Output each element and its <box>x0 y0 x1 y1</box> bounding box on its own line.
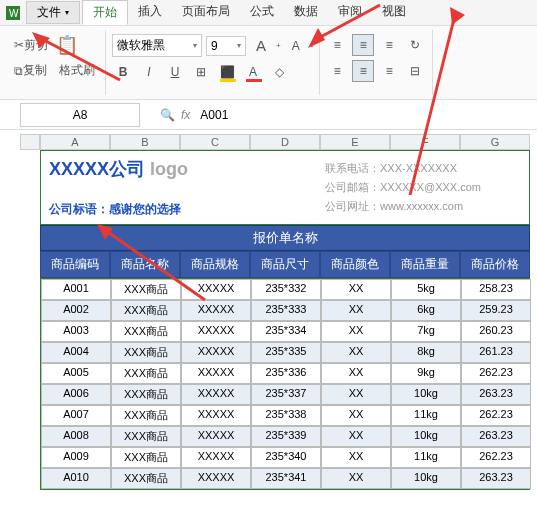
table-cell[interactable]: 235*336 <box>251 363 321 384</box>
table-cell[interactable]: XXX商品 <box>111 300 181 321</box>
table-row[interactable]: A004XXX商品XXXXX235*335XX8kg261.23 <box>41 342 531 363</box>
table-cell[interactable]: 7kg <box>391 321 461 342</box>
tab-视图[interactable]: 视图 <box>372 0 416 25</box>
fx-icon[interactable]: 🔍 <box>160 108 175 122</box>
column-header[interactable]: E <box>320 134 390 150</box>
table-row[interactable]: A007XXX商品XXXXX235*338XX11kg262.23 <box>41 405 531 426</box>
table-cell[interactable]: XX <box>321 384 391 405</box>
table-row[interactable]: A005XXX商品XXXXX235*336XX9kg262.23 <box>41 363 531 384</box>
table-cell[interactable]: 235*341 <box>251 468 321 489</box>
table-cell[interactable]: 11kg <box>391 405 461 426</box>
table-cell[interactable]: XX <box>321 426 391 447</box>
table-cell[interactable]: XX <box>321 342 391 363</box>
table-cell[interactable]: XXXXX <box>181 447 251 468</box>
table-cell[interactable]: 235*333 <box>251 300 321 321</box>
table-cell[interactable]: XXXXX <box>181 342 251 363</box>
table-cell[interactable]: 8kg <box>391 342 461 363</box>
bold-button[interactable]: B <box>112 61 134 83</box>
table-cell[interactable]: XX <box>321 405 391 426</box>
table-cell[interactable]: XX <box>321 300 391 321</box>
formula-bar[interactable]: A001 <box>196 104 537 126</box>
table-cell[interactable]: 5kg <box>391 279 461 300</box>
align-top-button[interactable]: ≡ <box>326 34 348 56</box>
column-header[interactable]: D <box>250 134 320 150</box>
table-cell[interactable]: A008 <box>41 426 111 447</box>
table-cell[interactable]: XX <box>321 447 391 468</box>
paste-icon[interactable]: 📋 <box>56 34 78 56</box>
table-cell[interactable]: 259.23 <box>461 300 531 321</box>
table-cell[interactable]: 263.23 <box>461 426 531 447</box>
table-cell[interactable]: 235*338 <box>251 405 321 426</box>
table-cell[interactable]: 261.23 <box>461 342 531 363</box>
column-header[interactable]: F <box>390 134 460 150</box>
table-cell[interactable]: XXX商品 <box>111 342 181 363</box>
table-cell[interactable]: A009 <box>41 447 111 468</box>
font-size-select[interactable]: 9▾ <box>206 36 246 56</box>
table-row[interactable]: A009XXX商品XXXXX235*340XX11kg262.23 <box>41 447 531 468</box>
tab-公式[interactable]: 公式 <box>240 0 284 25</box>
table-cell[interactable]: XXXXX <box>181 426 251 447</box>
table-cell[interactable]: XX <box>321 321 391 342</box>
table-row[interactable]: A010XXX商品XXXXX235*341XX10kg263.23 <box>41 468 531 489</box>
align-right-button[interactable]: ≡ <box>378 60 400 82</box>
table-cell[interactable]: 235*339 <box>251 426 321 447</box>
tab-页面布局[interactable]: 页面布局 <box>172 0 240 25</box>
table-cell[interactable]: 10kg <box>391 468 461 489</box>
table-cell[interactable]: XXX商品 <box>111 363 181 384</box>
table-cell[interactable]: XXXXX <box>181 279 251 300</box>
table-cell[interactable]: XXXXX <box>181 384 251 405</box>
table-cell[interactable]: A001 <box>41 279 111 300</box>
table-cell[interactable]: A002 <box>41 300 111 321</box>
table-cell[interactable]: 235*337 <box>251 384 321 405</box>
tab-开始[interactable]: 开始 <box>82 0 128 25</box>
table-cell[interactable]: XXXXX <box>181 321 251 342</box>
table-row[interactable]: A006XXX商品XXXXX235*337XX10kg263.23 <box>41 384 531 405</box>
tab-数据[interactable]: 数据 <box>284 0 328 25</box>
select-all-corner[interactable] <box>20 134 40 150</box>
table-row[interactable]: A008XXX商品XXXXX235*339XX10kg263.23 <box>41 426 531 447</box>
tab-审阅[interactable]: 审阅 <box>328 0 372 25</box>
fill-color-button[interactable]: ⬛ <box>216 61 238 83</box>
table-cell[interactable]: A005 <box>41 363 111 384</box>
table-cell[interactable]: 235*335 <box>251 342 321 363</box>
copy-button[interactable]: ⧉ 复制 <box>10 60 51 81</box>
table-cell[interactable]: A003 <box>41 321 111 342</box>
table-row[interactable]: A003XXX商品XXXXX235*334XX7kg260.23 <box>41 321 531 342</box>
table-cell[interactable]: XXX商品 <box>111 321 181 342</box>
table-cell[interactable]: XXX商品 <box>111 468 181 489</box>
cut-button[interactable]: ✂ 剪切 <box>10 35 52 56</box>
more-font-button[interactable]: ◇ <box>268 61 290 83</box>
underline-button[interactable]: U <box>164 61 186 83</box>
table-cell[interactable]: 6kg <box>391 300 461 321</box>
increase-font-button[interactable]: A <box>250 35 272 57</box>
table-cell[interactable]: 235*334 <box>251 321 321 342</box>
align-center-button[interactable]: ≡ <box>352 60 374 82</box>
table-cell[interactable]: 235*332 <box>251 279 321 300</box>
table-cell[interactable]: 262.23 <box>461 363 531 384</box>
column-header[interactable]: B <box>110 134 180 150</box>
table-cell[interactable]: XXXXX <box>181 405 251 426</box>
table-cell[interactable]: XXXXX <box>181 468 251 489</box>
border-button[interactable]: ⊞ <box>190 61 212 83</box>
table-cell[interactable]: 263.23 <box>461 384 531 405</box>
font-name-select[interactable]: 微软雅黑▾ <box>112 34 202 57</box>
table-cell[interactable]: A006 <box>41 384 111 405</box>
table-cell[interactable]: XXXXX <box>181 300 251 321</box>
table-cell[interactable]: XXX商品 <box>111 405 181 426</box>
table-cell[interactable]: 263.23 <box>461 468 531 489</box>
table-cell[interactable]: XXX商品 <box>111 447 181 468</box>
align-middle-button[interactable]: ≡ <box>352 34 374 56</box>
table-cell[interactable]: 10kg <box>391 426 461 447</box>
table-cell[interactable]: XXX商品 <box>111 279 181 300</box>
table-row[interactable]: A002XXX商品XXXXX235*333XX6kg259.23 <box>41 300 531 321</box>
table-cell[interactable]: 11kg <box>391 447 461 468</box>
table-cell[interactable]: 260.23 <box>461 321 531 342</box>
table-cell[interactable]: 258.23 <box>461 279 531 300</box>
table-row[interactable]: A001XXX商品XXXXX235*332XX5kg258.23 <box>41 279 531 300</box>
column-header[interactable]: G <box>460 134 530 150</box>
merge-button[interactable]: ⊟ <box>404 60 426 82</box>
table-cell[interactable]: 9kg <box>391 363 461 384</box>
align-bottom-button[interactable]: ≡ <box>378 34 400 56</box>
table-cell[interactable]: A004 <box>41 342 111 363</box>
table-cell[interactable]: XXX商品 <box>111 426 181 447</box>
